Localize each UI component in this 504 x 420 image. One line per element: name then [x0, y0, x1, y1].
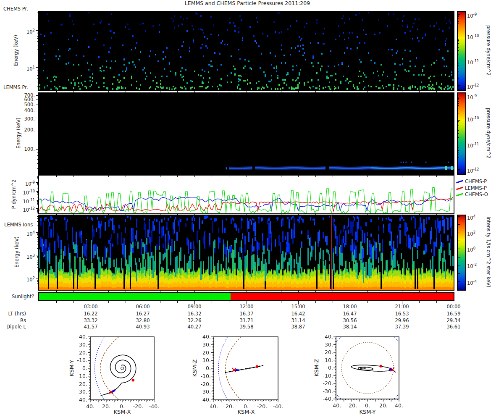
time-tick-label: 06:00	[134, 304, 152, 310]
legend-line-CHEMS-O	[456, 193, 463, 196]
colorbar-tick-label: 10-11	[467, 58, 493, 64]
ephemeris-value: 32.80	[134, 318, 152, 323]
colorbar-tick-label: 10-9	[467, 11, 493, 17]
time-tick-label: 12:00	[237, 304, 256, 310]
orbit-xz-canvas	[209, 336, 281, 407]
orbit-yz-xlabel: KSM-Y	[346, 409, 388, 415]
ephemeris-value: 38.14	[341, 324, 359, 330]
colorbar-tick-label: 10-9	[467, 93, 493, 99]
ephemeris-value: 29.34	[444, 318, 463, 323]
orbit-x-tick-label: 40.	[390, 403, 408, 409]
legend-item-label: CHEMS-P	[465, 178, 499, 184]
pressure-colorbar-2	[457, 92, 466, 175]
pressure-lineplot-canvas	[38, 175, 454, 214]
orbit-y-tick-label: 40.	[68, 397, 87, 403]
y-tick-label: 300.	[14, 116, 35, 122]
intensity-colorbar	[457, 215, 466, 291]
ions-y-axis-label: Energy (keV)	[14, 210, 20, 294]
orbit-y-tick-label: 30.	[192, 342, 211, 348]
orbit-y-tick-label: 20.	[314, 349, 333, 355]
orbit-y-tick-label: 30.	[314, 342, 333, 348]
ephemeris-value: 36.61	[444, 324, 463, 330]
orbit-y-tick-label: -30.	[314, 388, 333, 394]
colorbar-tick-label: 10-12	[467, 166, 493, 172]
legend-line-LEMMS-P	[456, 186, 463, 190]
pressure-colorbar-label-2: pressure dyne/cm^2	[486, 91, 491, 175]
orbit-xy-canvas	[85, 336, 158, 407]
legend-line-CHEMS-P	[456, 180, 463, 183]
orbit-x-tick-label: -40.	[145, 404, 163, 410]
ephemeris-value: 38.87	[289, 324, 307, 330]
pressure-colorbar-label-1: pressure dyne/cm^2	[486, 8, 491, 92]
chems-y-axis-label: Energy (keV)	[13, 8, 19, 92]
colorbar-tick-label: 10-12	[467, 82, 493, 88]
ephemeris-value: 33.32	[81, 318, 100, 323]
orbit-y-tick-label: -30.	[192, 389, 211, 395]
orbit-y-tick-label: 20.	[192, 350, 211, 356]
orbit-y-tick-label: 40.	[314, 334, 333, 340]
orbit-y-tick-label: 20.	[68, 381, 87, 387]
y-tick-label: 10-11	[14, 197, 35, 203]
chems-pressure-spectrogram-canvas	[38, 11, 454, 91]
orbit-y-tick-label: -30.	[68, 342, 87, 348]
orbit-y-tick-label: 0.	[68, 365, 87, 371]
orbit-y-tick-label: -20.	[192, 381, 211, 387]
orbit-y-tick-label: 10.	[192, 357, 211, 363]
colorbar-tick-label: 100	[467, 245, 493, 251]
y-tick-label: 10-12	[14, 205, 35, 211]
ephemeris-value: 30.56	[341, 318, 359, 323]
ephemeris-value: 37.39	[393, 324, 411, 330]
orbit-y-tick-label: -40.	[68, 334, 87, 340]
lemms-pressure-spectrogram-canvas	[38, 92, 454, 175]
y-tick-label: 10-9	[14, 179, 35, 185]
ephemeris-value: 16.53	[393, 311, 411, 317]
sunlight-label: Sunlight?	[12, 294, 34, 299]
orbit-y-tick-label: -40.	[192, 397, 211, 403]
ephemeris-row-label: Rs	[0, 318, 26, 323]
y-tick-label: 200.	[14, 127, 35, 133]
orbit-y-tick-label: -20.	[314, 381, 333, 386]
ephemeris-value: 32.26	[185, 318, 204, 323]
time-tick-label: 00:00	[444, 304, 463, 310]
time-tick-label: 03:00	[81, 304, 100, 310]
orbit-x-tick-label: -40.	[269, 404, 287, 410]
ephemeris-value: 16.32	[185, 311, 204, 317]
colorbar-tick-label: 104	[467, 213, 493, 219]
ephemeris-value: 16.22	[81, 311, 100, 317]
orbit-y-tick-label: 0.	[192, 365, 211, 371]
ephemeris-row-label: LT (hrs)	[0, 311, 26, 317]
lemms-ions-spectrogram-canvas	[38, 215, 454, 291]
orbit-y-tick-label: -10.	[314, 373, 333, 379]
orbit-y-tick-label: 0.	[314, 365, 333, 371]
ephemeris-value: 16.27	[134, 311, 152, 317]
ephemeris-row-label: Dipole L	[0, 324, 26, 330]
orbit-y-tick-label: -40.	[314, 396, 333, 402]
y-tick-label: 400.	[14, 108, 35, 113]
ephemeris-value: 40.27	[185, 324, 204, 330]
colorbar-tick-label: 102	[467, 229, 493, 235]
y-tick-label: 10-10	[14, 188, 35, 194]
sunlight-segment	[231, 293, 454, 300]
ephemeris-value: 41.57	[81, 324, 100, 330]
time-tick-label: 15:00	[289, 304, 307, 310]
ephemeris-value: 16.42	[289, 311, 307, 317]
orbit-y-tick-label: 40.	[192, 334, 211, 340]
colorbar-tick-label: 10-10	[467, 33, 493, 39]
plot-page: { "title": "LEMMS and CHEMS Particle Pre…	[0, 0, 504, 420]
colorbar-tick-label: 10-2	[467, 262, 493, 268]
ephemeris-value: 29.96	[393, 318, 411, 323]
colorbar-tick-label: 10-11	[467, 141, 493, 147]
orbit-y-tick-label: 30.	[68, 389, 87, 395]
ephemeris-value: 16.37	[237, 311, 256, 317]
ephemeris-value: 40.93	[134, 324, 152, 330]
orbit-xy-xlabel: KSM-X	[101, 409, 143, 415]
ephemeris-value: 31.71	[237, 318, 256, 323]
y-tick-label: 102	[14, 27, 35, 33]
orbit-y-tick-label: -10.	[68, 357, 87, 363]
pressure-colorbar-1	[457, 11, 466, 91]
ephemeris-value: 39.58	[237, 324, 256, 330]
time-tick-label: 21:00	[393, 304, 411, 310]
orbit-yz-canvas	[331, 336, 402, 407]
orbit-xz-xlabel: KSM-X	[225, 409, 267, 415]
orbit-y-tick-label: -20.	[68, 350, 87, 356]
